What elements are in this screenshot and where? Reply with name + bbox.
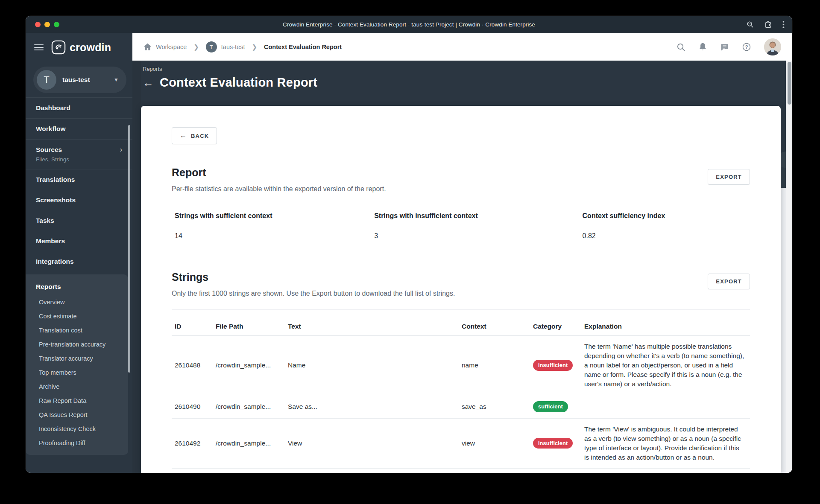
strings-section-description: Only the first 1000 strings are shown. U…	[172, 290, 455, 297]
sidebar-item-label: Translations	[36, 176, 75, 183]
sidebar-item-members[interactable]: Members	[26, 231, 132, 251]
page-content: Reports ← Context Evaluation Report ← BA…	[132, 61, 792, 473]
strings-export-button[interactable]: EXPORT	[708, 274, 750, 289]
messages-chat-icon[interactable]	[720, 43, 729, 52]
notifications-bell-icon[interactable]	[698, 42, 707, 52]
page-title: Context Evaluation Report	[160, 76, 317, 90]
sidebar-scrollbar[interactable]	[128, 125, 130, 373]
strings-section-title: Strings	[172, 271, 455, 283]
sidebar-item-translator-accuracy[interactable]: Translator accuracy	[26, 351, 128, 365]
column-header-explanation: Explanation	[581, 318, 750, 335]
page-scrollbar-thumb[interactable]	[788, 62, 791, 105]
page-eyebrow: Reports	[143, 66, 792, 72]
extensions-puzzle-icon[interactable]	[764, 20, 772, 29]
browser-menu-kebab-icon[interactable]	[782, 20, 785, 29]
crowdin-wordmark: crowdin	[70, 41, 111, 54]
breadcrumb-home[interactable]: Workspace	[144, 43, 187, 51]
cell-file-path: /crowdin_sample...	[213, 434, 285, 453]
back-arrow-icon[interactable]: ←	[143, 77, 154, 88]
cell-explanation: The term 'Name' has multiple possible tr…	[581, 336, 750, 395]
sidebar-item-translation-cost[interactable]: Translation cost	[26, 323, 128, 337]
sidebar-item-pre-translation-accuracy[interactable]: Pre-translation accuracy	[26, 337, 128, 351]
sidebar-item-workflow[interactable]: Workflow	[26, 119, 132, 140]
project-avatar: T	[206, 41, 217, 52]
column-header-context: Context	[459, 318, 530, 335]
report-export-button[interactable]: EXPORT	[708, 169, 750, 185]
crowdin-logo[interactable]: crowdin	[51, 40, 111, 55]
sidebar: crowdin T taus-test ▼ Dashboard Workflow…	[26, 33, 132, 473]
cell-context: save_as	[459, 397, 530, 417]
cell-id: 2610488	[172, 355, 213, 375]
titlebar: Crowdin Enterprise - Context Evaluation …	[26, 16, 792, 33]
help-icon[interactable]: ?	[742, 42, 751, 52]
page-scrollbar[interactable]	[786, 61, 792, 473]
menu-hamburger-icon[interactable]	[34, 43, 44, 52]
category-badge: insufficient	[533, 360, 573, 371]
column-header-file-path: File Path	[213, 318, 285, 335]
sidebar-item-qa-issues-report[interactable]: QA Issues Report	[26, 408, 128, 422]
stats-value-index: 0.82	[580, 226, 750, 246]
cell-explanation: The term 'View' is ambiguous. It could b…	[581, 419, 750, 468]
chevron-right-icon: ❯	[252, 43, 257, 51]
cell-text: View	[285, 434, 459, 453]
cell-explanation	[581, 401, 750, 413]
strings-table: ID File Path Text Context Category Expla…	[172, 318, 750, 469]
zoom-out-icon[interactable]	[747, 21, 754, 28]
report-stats-table: Strings with sufficient context Strings …	[172, 206, 750, 246]
sidebar-item-label: Sources	[36, 146, 62, 154]
stats-header: Context sufficiency index	[580, 206, 750, 226]
chevron-down-icon: ▼	[114, 77, 119, 83]
user-avatar[interactable]	[764, 38, 781, 55]
sidebar-item-cost-estimate[interactable]: Cost estimate	[26, 309, 128, 323]
project-selector[interactable]: T taus-test ▼	[33, 67, 126, 93]
column-header-text: Text	[285, 318, 459, 335]
project-avatar: T	[37, 70, 56, 90]
report-card: ← BACK Report Per-file statistics are av…	[141, 106, 781, 473]
cell-context: view	[459, 434, 530, 453]
stats-value-insufficient: 3	[371, 226, 579, 246]
table-row: 2610492 /crowdin_sample... View view ins…	[172, 419, 750, 469]
sidebar-item-translations[interactable]: Translations	[26, 169, 132, 190]
sidebar-item-top-members[interactable]: Top members	[26, 365, 128, 379]
sidebar-item-inconsistency-check[interactable]: Inconsistency Check	[26, 422, 128, 436]
sidebar-item-screenshots[interactable]: Screenshots	[26, 190, 132, 210]
search-icon[interactable]	[676, 43, 685, 52]
cell-file-path: /crowdin_sample...	[213, 397, 285, 417]
sidebar-section-reports: Reports Overview Cost estimate Translati…	[26, 274, 128, 455]
chevron-right-icon: ❯	[193, 43, 199, 51]
sidebar-item-label: Workflow	[36, 125, 65, 132]
project-name: taus-test	[62, 76, 108, 84]
breadcrumb-project-label: taus-test	[221, 44, 245, 50]
stats-value-sufficient: 14	[172, 226, 371, 246]
cell-context: name	[459, 355, 530, 375]
back-button-label: BACK	[191, 133, 209, 139]
sidebar-item-label: Screenshots	[36, 196, 76, 204]
sidebar-item-archive[interactable]: Archive	[26, 379, 128, 393]
sidebar-item-proofreading-diff[interactable]: Proofreading Diff	[26, 436, 128, 450]
sidebar-item-sources[interactable]: Sources › Files, Strings	[26, 140, 132, 169]
sidebar-item-overview[interactable]: Overview	[26, 295, 128, 309]
chevron-right-icon: ›	[120, 146, 122, 154]
svg-text:?: ?	[745, 44, 748, 50]
window-title: Crowdin Enterprise - Context Evaluation …	[26, 21, 792, 28]
sidebar-item-reports[interactable]: Reports	[26, 277, 128, 295]
sidebar-item-integrations[interactable]: Integrations	[26, 251, 132, 272]
app-header: Workspace ❯ T taus-test ❯ Context Evalua…	[132, 33, 792, 61]
back-button[interactable]: ← BACK	[172, 127, 217, 144]
report-section-description: Per-file statistics are available within…	[172, 185, 386, 193]
sidebar-item-dashboard[interactable]: Dashboard	[26, 97, 132, 119]
breadcrumb-current: Context Evaluation Report	[264, 44, 342, 50]
stats-header: Strings with sufficient context	[172, 206, 371, 226]
breadcrumb-workspace-label: Workspace	[156, 44, 187, 50]
sidebar-item-sublabel: Files, Strings	[36, 156, 122, 163]
cell-text: Name	[285, 355, 459, 375]
category-badge: insufficient	[533, 438, 573, 449]
sidebar-item-raw-report-data[interactable]: Raw Report Data	[26, 393, 128, 408]
home-icon	[144, 43, 152, 51]
breadcrumb-project[interactable]: T taus-test	[206, 41, 245, 52]
table-row: 2610488 /crowdin_sample... Name name ins…	[172, 336, 750, 395]
sidebar-item-label: Members	[36, 237, 65, 245]
sidebar-item-tasks[interactable]: Tasks	[26, 210, 132, 231]
column-header-id: ID	[172, 318, 213, 335]
column-header-category: Category	[530, 318, 581, 335]
